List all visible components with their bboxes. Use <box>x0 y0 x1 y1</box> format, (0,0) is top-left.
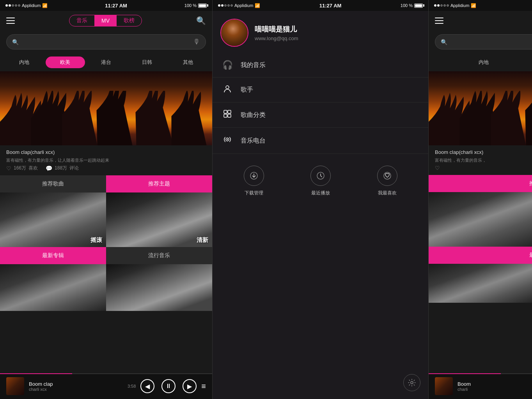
wifi-icon-2: 📶 <box>255 3 260 8</box>
settings-button[interactable] <box>403 374 420 391</box>
pause-button[interactable]: ⏸ <box>161 379 176 393</box>
menu-item-my-music[interactable]: 🎧 我的音乐 <box>213 53 428 78</box>
action-recent[interactable]: 最近播放 <box>310 166 331 196</box>
player-artist-name: charli xcx <box>29 387 123 392</box>
grid-icon <box>222 109 233 120</box>
category-tab-group-3: 内地 <box>429 53 532 71</box>
action-download-label: 下载管理 <box>245 190 263 196</box>
next-button[interactable]: ▶ <box>183 379 197 393</box>
tab-chart[interactable]: 歌榜 <box>117 15 142 26</box>
cat-mainland-3[interactable]: 内地 <box>433 56 532 68</box>
profile-section: 喵喵喵是猫儿 www.long@qq.com <box>213 11 428 53</box>
signal-dot-4 <box>15 4 17 7</box>
sd3-4 <box>443 4 446 7</box>
battery-icon <box>198 4 207 8</box>
signal-dot-2-4 <box>227 4 230 7</box>
search-button[interactable]: 🔍 <box>196 16 206 25</box>
profile-info: 喵喵喵是猫儿 www.long@qq.com <box>255 25 298 41</box>
grid-item-rock[interactable]: 摇滚 <box>0 192 106 247</box>
navbar-1: 音乐 MV 歌榜 🔍 <box>0 11 212 30</box>
hero-banner[interactable] <box>0 71 212 145</box>
cat-hktw[interactable]: 港台 <box>87 56 126 68</box>
grid-label-rock: 摇滚 <box>90 237 102 244</box>
menu-button-3[interactable] <box>435 18 443 24</box>
menu-item-radio[interactable]: 音乐电台 <box>213 128 428 154</box>
search-bar-3[interactable]: 🔍 🎙 <box>435 34 532 49</box>
menu-button[interactable] <box>6 18 15 24</box>
grid-item-album1[interactable] <box>0 264 106 311</box>
grid-item-album2[interactable] <box>106 264 212 311</box>
signal-dot-2-1 <box>218 4 220 7</box>
grid-bg-3-1 <box>429 192 532 247</box>
cat-other[interactable]: 其他 <box>168 56 207 68</box>
hero-background <box>0 71 212 145</box>
signal-dot-2 <box>9 4 11 7</box>
video-info: Boom clap(charli xcx) 富有磁性，有力量的音乐，让人随着音乐… <box>0 145 212 175</box>
player-progress-bar-3[interactable] <box>429 373 532 374</box>
clock-icon <box>310 166 331 186</box>
hero-banner-3[interactable] <box>429 71 532 145</box>
grid-item-fresh[interactable]: 清新 <box>106 192 212 247</box>
tab-music[interactable]: 音乐 <box>69 15 94 26</box>
action-favorites[interactable]: 我最喜欢 <box>377 166 397 196</box>
battery-pct: 100 % <box>184 3 197 8</box>
tab-mv[interactable]: MV <box>94 15 117 26</box>
grid-item-album1-bg <box>0 264 106 311</box>
sd3-5 <box>447 4 449 7</box>
signal-dot-1 <box>5 4 8 7</box>
menu-list: 🎧 我的音乐 歌手 歌曲分类 <box>213 53 428 154</box>
section-recommended-themes[interactable]: 推荐主题 <box>106 175 212 192</box>
player-progress-fill <box>0 373 72 374</box>
player-info-3: Boom charli <box>458 381 532 392</box>
svg-point-6 <box>227 139 228 140</box>
panel-music-main-2: Applidium 📶 11:27 AM 100 % 内地 🔍 🎙 <box>429 0 532 399</box>
signal-area-2: Applidium 📶 <box>218 3 260 8</box>
section-3-newest[interactable]: 最新 <box>429 247 532 264</box>
quick-actions: 下载管理 最近播放 我最喜欢 <box>213 154 428 204</box>
likes-label: 喜欢 <box>28 165 38 171</box>
menu-label-artist: 歌手 <box>241 86 253 94</box>
signal-dot-2-3 <box>224 4 227 7</box>
search-icon-3: 🔍 <box>441 39 447 45</box>
svg-rect-3 <box>224 114 227 117</box>
queue-button[interactable]: ≡ <box>201 382 206 391</box>
player-progress-bar[interactable] <box>0 373 212 374</box>
grid-3-2 <box>429 264 532 303</box>
section-new-albums[interactable]: 最新专辑 <box>0 247 106 264</box>
navbar-3: 内地 <box>429 11 532 30</box>
search-bar[interactable]: 🔍 🎙 <box>6 34 206 49</box>
action-download[interactable]: 下载管理 <box>244 166 264 196</box>
carrier-label: Applidium <box>22 3 41 8</box>
carrier-3: Applidium <box>450 3 469 8</box>
video-desc: 富有磁性，有力量的音乐，让人随着音乐一起跳动起来 <box>6 157 206 163</box>
grid-item-3-3[interactable] <box>429 264 532 303</box>
clock: 11:27 AM <box>105 3 127 9</box>
video-title: Boom clap(charli xcx) <box>6 149 206 155</box>
grid-item-3-1[interactable] <box>429 192 532 247</box>
person-icon <box>222 85 233 95</box>
video-title-3: Boom clap(charli xcx) <box>435 149 532 155</box>
grid-row-1: 摇滚 清新 <box>0 192 212 247</box>
menu-item-artist[interactable]: 歌手 <box>213 78 428 102</box>
video-stats: ♡ 166万 喜欢 💬 188万 评论 <box>6 165 206 171</box>
avatar-ring[interactable] <box>220 19 248 47</box>
section-pop-music[interactable]: 流行音乐 <box>106 247 212 264</box>
comments-label: 评论 <box>69 165 79 171</box>
action-recent-label: 最近播放 <box>311 190 330 196</box>
cat-mainland[interactable]: 内地 <box>5 56 44 68</box>
search-container: 🔍 🎙 <box>0 30 212 53</box>
cat-jpkr[interactable]: 日韩 <box>127 56 167 68</box>
section-recommended-songs[interactable]: 推荐歌曲 <box>0 175 106 192</box>
mic-icon[interactable]: 🎙 <box>193 38 200 46</box>
section-3-1[interactable]: 推荐 <box>429 175 532 192</box>
palm-silhouette <box>0 91 212 145</box>
search-container-3: 🔍 🎙 <box>429 30 532 53</box>
status-bar-1: Applidium 📶 11:27 AM 100 % <box>0 0 212 11</box>
player-total-time: 3:58 <box>128 384 136 388</box>
prev-button[interactable]: ◀ <box>140 379 154 393</box>
cat-western[interactable]: 欧美 <box>46 56 85 68</box>
menu-item-categories[interactable]: 歌曲分类 <box>213 102 428 128</box>
grid-item-album2-bg <box>106 264 212 311</box>
signal-dot-5 <box>18 4 20 7</box>
comments-count: 188万 <box>55 165 67 171</box>
